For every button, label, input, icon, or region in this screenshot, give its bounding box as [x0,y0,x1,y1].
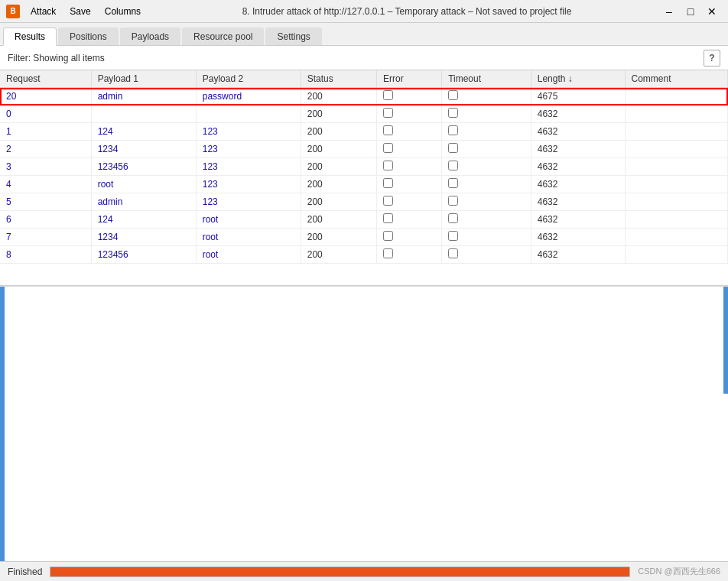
table-cell-checkbox[interactable] [377,246,442,264]
table-cell-checkbox[interactable] [442,211,531,229]
minimize-button[interactable]: – [659,4,679,19]
col-error[interactable]: Error [377,70,442,88]
table-row[interactable]: 8123456root2004632 [0,246,728,264]
table-row[interactable]: 20adminpassword2004675 [0,88,728,105]
maximize-button[interactable]: □ [681,4,700,19]
col-request[interactable]: Request [0,70,91,88]
cell-payload1: 123456 [91,246,196,264]
filter-text[interactable]: Filter: Showing all items [8,53,105,63]
cell-payload2: 123 [196,193,301,211]
results-table: Request Payload 1 Payload 2 Status Error… [0,70,728,264]
tab-resource-pool[interactable]: Resource pool [182,28,264,45]
table-body: 20adminpassword2004675020046321124123200… [0,88,728,264]
table-row[interactable]: 212341232004632 [0,141,728,158]
table-cell-checkbox[interactable] [377,123,442,141]
menu-attack[interactable]: Attack [24,5,62,18]
cell-status: 200 [301,105,376,123]
col-comment[interactable]: Comment [625,70,727,88]
tab-settings[interactable]: Settings [265,28,321,45]
cell-payload1: 1234 [91,229,196,246]
cell-payload2: root [196,229,301,246]
table-cell-checkbox[interactable] [377,176,442,193]
table-cell-checkbox[interactable] [377,105,442,123]
menu-save[interactable]: Save [63,5,96,18]
table-cell-checkbox[interactable] [442,193,531,211]
cell-comment [625,88,727,105]
table-cell-checkbox[interactable] [377,158,442,176]
col-payload2[interactable]: Payload 2 [196,70,301,88]
table-cell-checkbox[interactable] [377,229,442,246]
cell-length: 4632 [531,105,625,123]
table-row[interactable]: 11241232004632 [0,123,728,141]
table-cell-checkbox[interactable] [442,246,531,264]
cell-comment [625,246,727,264]
cell-payload2: 123 [196,141,301,158]
table-row[interactable]: 4root1232004632 [0,176,728,193]
cell-comment [625,176,727,193]
col-status[interactable]: Status [301,70,376,88]
cell-length: 4632 [531,246,625,264]
help-button[interactable]: ? [704,50,720,67]
col-payload1[interactable]: Payload 1 [91,70,196,88]
window-title: 8. Intruder attack of http://127.0.0.1 –… [154,6,659,17]
tab-payloads[interactable]: Payloads [120,28,180,45]
cell-payload2: 123 [196,176,301,193]
table-cell-checkbox[interactable] [442,176,531,193]
cell-request: 4 [0,176,91,193]
filter-bar: Filter: Showing all items ? [0,46,728,70]
table-cell-checkbox[interactable] [377,211,442,229]
table-cell-checkbox[interactable] [442,229,531,246]
cell-status: 200 [301,158,376,176]
tab-positions[interactable]: Positions [58,28,119,45]
cell-status: 200 [301,211,376,229]
table-cell-checkbox[interactable] [377,141,442,158]
table-cell-checkbox[interactable] [377,193,442,211]
cell-request: 6 [0,211,91,229]
cell-payload1: 1234 [91,141,196,158]
table-cell-checkbox[interactable] [442,141,531,158]
table-row[interactable]: 6124root2004632 [0,211,728,229]
cell-payload2: root [196,246,301,264]
cell-payload1: 124 [91,211,196,229]
cell-request: 1 [0,123,91,141]
cell-length: 4632 [531,229,625,246]
table-cell-checkbox[interactable] [442,158,531,176]
titlebar: B Attack Save Columns 8. Intruder attack… [0,0,728,23]
cell-payload2: root [196,211,301,229]
cell-status: 200 [301,141,376,158]
cell-status: 200 [301,246,376,264]
cell-status: 200 [301,123,376,141]
cell-request: 7 [0,229,91,246]
cell-payload1: admin [91,193,196,211]
col-length[interactable]: Length ↓ [531,70,625,88]
cell-comment [625,105,727,123]
status-text: Finished [8,566,42,577]
table-row[interactable]: 31234561232004632 [0,158,728,176]
cell-payload2: 123 [196,123,301,141]
cell-comment [625,229,727,246]
cell-comment [625,193,727,211]
cell-payload1: 123456 [91,158,196,176]
app-icon: B [6,5,20,18]
cell-comment [625,141,727,158]
cell-status: 200 [301,229,376,246]
cell-request: 20 [0,88,91,105]
cell-request: 3 [0,158,91,176]
cell-comment [625,211,727,229]
watermark-text: CSDN @西西先生666 [638,566,720,577]
table-cell-checkbox[interactable] [377,88,442,105]
statusbar: Finished CSDN @西西先生666 [0,561,728,581]
col-timeout[interactable]: Timeout [442,70,531,88]
table-row[interactable]: 02004632 [0,105,728,123]
table-cell-checkbox[interactable] [442,105,531,123]
menu-columns[interactable]: Columns [99,5,147,18]
tab-results[interactable]: Results [3,28,57,46]
table-cell-checkbox[interactable] [442,88,531,105]
cell-comment [625,123,727,141]
close-button[interactable]: ✕ [702,4,722,19]
cell-payload2 [196,105,301,123]
table-cell-checkbox[interactable] [442,123,531,141]
table-row[interactable]: 71234root2004632 [0,229,728,246]
cell-length: 4632 [531,176,625,193]
table-row[interactable]: 5admin1232004632 [0,193,728,211]
